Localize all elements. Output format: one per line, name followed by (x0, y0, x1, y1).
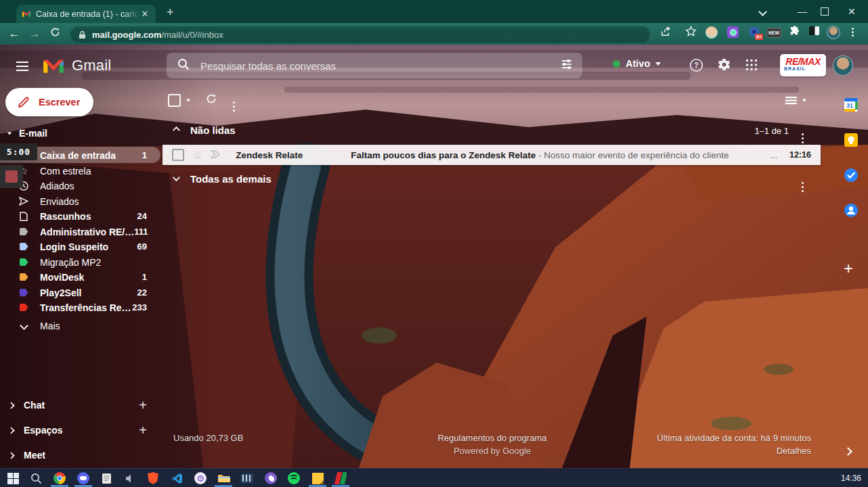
stop-icon (5, 170, 18, 183)
calendar-icon[interactable]: 31 (844, 97, 859, 112)
row-star-icon[interactable]: ☆ (192, 148, 202, 162)
spotify-icon[interactable] (286, 471, 301, 486)
screen-recorder-stop-button[interactable] (0, 165, 23, 188)
label-tag-icon (18, 302, 29, 313)
sidebar-item-more[interactable]: Mais (0, 318, 160, 333)
browser-tab[interactable]: Caixa de entrada (1) - carlosborg ✕ (16, 5, 156, 23)
get-addons-plus-icon[interactable]: + (844, 259, 853, 278)
row-checkbox[interactable] (172, 149, 184, 161)
contacts-icon[interactable] (844, 203, 859, 218)
extension-pinwheel-icon[interactable]: 9+ (748, 26, 760, 38)
importance-marker-icon[interactable] (211, 149, 221, 161)
account-avatar[interactable] (833, 55, 853, 76)
sidebar-item-snoozed[interactable]: Adiados (0, 178, 160, 193)
notepad-icon[interactable] (99, 471, 114, 486)
taskbar-clock[interactable]: 14:36 (841, 473, 861, 483)
discord-icon[interactable] (76, 471, 91, 486)
extension-avatar-icon[interactable] (706, 26, 718, 39)
label-tag-icon (18, 272, 29, 283)
sidebar-item-label-administrativo[interactable]: Administrativo RE/… 111 (0, 224, 160, 239)
forward-button[interactable]: → (24, 27, 45, 41)
spaces-section[interactable]: Espaços + (0, 423, 160, 438)
more-options-icon[interactable] (233, 94, 235, 106)
window-close-button[interactable]: ✕ (848, 0, 856, 23)
new-chat-button[interactable]: + (139, 398, 147, 413)
sidebar-item-sent[interactable]: Enviados (0, 193, 160, 209)
side-panel-icon[interactable] (808, 26, 820, 36)
keep-icon[interactable] (844, 133, 859, 147)
sidebar-item-starred[interactable]: ☆ Com estrela (0, 163, 160, 179)
tasks-icon[interactable] (844, 168, 859, 183)
compose-button[interactable]: Escrever (5, 88, 93, 116)
help-icon[interactable]: ? (689, 58, 703, 75)
settings-gear-icon[interactable] (717, 57, 731, 75)
everything-else-header[interactable]: Todas as demais (173, 173, 272, 185)
sidebar-item-drafts[interactable]: Rascunhos 24 (0, 208, 160, 224)
moon-app-icon[interactable] (263, 471, 278, 486)
sidebar-item-label-login-suspeito[interactable]: Login Suspeito 69 (0, 239, 160, 254)
status-chip[interactable]: Ativo (613, 58, 661, 69)
browser-profile-avatar[interactable] (827, 26, 840, 39)
video-app-icon[interactable] (240, 471, 255, 486)
gmail-favicon-icon (22, 10, 31, 18)
extensions-puzzle-icon[interactable] (789, 26, 800, 37)
sidebar-item-label-migracao[interactable]: Migração MP2 (0, 254, 160, 270)
taskbar-search-icon[interactable] (28, 471, 43, 486)
window-minimize-button[interactable]: — (798, 0, 807, 23)
google-apps-grid-icon[interactable] (745, 59, 758, 74)
extension-camera-icon[interactable] (727, 26, 739, 38)
new-tab-button[interactable]: + (167, 5, 174, 20)
status-label: Ativo (626, 58, 650, 69)
email-section-header[interactable]: E-mail (7, 128, 47, 139)
section-more-icon[interactable] (802, 175, 804, 187)
window-menu-chevron-icon[interactable] (760, 0, 766, 23)
refresh-icon[interactable] (206, 93, 217, 107)
search-icon[interactable] (177, 58, 190, 73)
window-restore-button[interactable] (821, 0, 829, 23)
sidebar-item-label-play2sell[interactable]: Play2Sell 22 (0, 285, 160, 300)
red-green-stripes-app-icon[interactable] (333, 471, 348, 486)
windows-start-icon[interactable] (5, 471, 20, 486)
sidebar-item-label-movidesk[interactable]: MoviDesk 1 (0, 269, 160, 285)
side-panel-collapse-chevron-icon[interactable] (845, 445, 851, 457)
storage-usage-link[interactable]: Usando 20,73 GB (173, 433, 243, 443)
file-explorer-icon[interactable] (216, 471, 231, 486)
select-caret-icon[interactable] (186, 99, 190, 101)
email-row[interactable]: ☆ Zendesk Relate Faltam poucos dias para… (162, 145, 821, 165)
main-menu-hamburger-icon[interactable] (16, 59, 28, 74)
brave-icon[interactable] (146, 471, 160, 486)
settings-app-icon[interactable]: ⚙ (193, 471, 208, 486)
last-activity-label: Última atividade da conta: há 9 minutos (608, 433, 811, 443)
back-button[interactable]: ← (4, 27, 24, 41)
label-tag-icon (18, 287, 29, 298)
search-input[interactable] (199, 60, 561, 72)
share-icon[interactable] (660, 26, 672, 37)
new-space-button[interactable]: + (139, 423, 147, 438)
search-bar[interactable] (167, 53, 582, 78)
collapse-caret-icon (7, 132, 12, 135)
bookmark-star-icon[interactable] (685, 26, 697, 37)
extension-new-icon[interactable]: NEW (766, 28, 781, 38)
chevron-down-icon (18, 321, 29, 331)
tab-close-icon[interactable]: ✕ (139, 9, 150, 19)
snippet-ellipsis: ... (770, 150, 777, 160)
activity-details-link[interactable]: Detalhes (608, 446, 811, 456)
density-view-icon[interactable] (785, 96, 807, 105)
sticky-notes-icon[interactable] (310, 471, 325, 486)
chat-section[interactable]: Chat + (0, 398, 160, 413)
browser-menu-icon[interactable] (852, 28, 854, 30)
url-bar[interactable]: mail.google.com/mail/u/0/#inbox (70, 26, 650, 43)
section-more-icon[interactable] (802, 126, 804, 138)
gmail-logo-icon (42, 57, 65, 77)
meet-section[interactable]: Meet (0, 448, 160, 463)
chrome-icon[interactable] (52, 471, 67, 486)
program-policies-link[interactable]: Regulamentos do programa (379, 433, 605, 443)
search-options-icon[interactable] (561, 59, 573, 72)
vscode-icon[interactable] (169, 471, 184, 486)
reload-button[interactable] (45, 27, 65, 41)
select-all-checkbox[interactable] (168, 94, 181, 107)
unread-section-header[interactable]: Não lidas (173, 124, 236, 136)
email-subject: Faltam poucos dias para o Zendesk Relate (351, 150, 536, 160)
volume-icon[interactable] (123, 471, 137, 486)
sidebar-item-label-transferencias[interactable]: Transferências Re… 233 (0, 300, 160, 315)
